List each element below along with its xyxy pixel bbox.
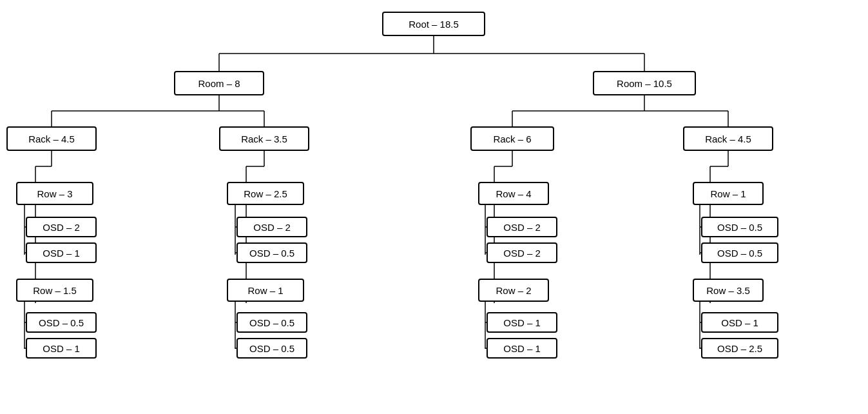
node-rack1: Rack – 4.5 <box>6 126 97 151</box>
node-r3_osd2: OSD – 2 <box>487 242 557 263</box>
node-r3_osd1: OSD – 2 <box>487 217 557 237</box>
node-r4_osd2: OSD – 0.5 <box>701 242 778 263</box>
node-r1_osd1: OSD – 2 <box>26 217 97 237</box>
node-root: Root – 18.5 <box>382 12 485 36</box>
tree-diagram: Root – 18.5Room – 8Room – 10.5Rack – 4.5… <box>0 0 868 414</box>
node-r1_row1: Row – 3 <box>16 182 93 205</box>
node-r1_osd4: OSD – 1 <box>26 338 97 359</box>
node-room2: Room – 10.5 <box>593 71 696 95</box>
node-r2_osd2: OSD – 0.5 <box>236 242 307 263</box>
node-r2_osd1: OSD – 2 <box>236 217 307 237</box>
node-r4_osd4: OSD – 2.5 <box>701 338 778 359</box>
node-r2_osd3: OSD – 0.5 <box>236 312 307 333</box>
node-r4_osd3: OSD – 1 <box>701 312 778 333</box>
node-rack2: Rack – 3.5 <box>219 126 309 151</box>
node-r1_osd3: OSD – 0.5 <box>26 312 97 333</box>
node-r3_osd3: OSD – 1 <box>487 312 557 333</box>
node-rack4: Rack – 4.5 <box>683 126 773 151</box>
node-r2_osd4: OSD – 0.5 <box>236 338 307 359</box>
node-r4_row1: Row – 1 <box>693 182 764 205</box>
node-r2_row1: Row – 2.5 <box>227 182 304 205</box>
node-r4_osd1: OSD – 0.5 <box>701 217 778 237</box>
node-r1_osd2: OSD – 1 <box>26 242 97 263</box>
node-r2_row2: Row – 1 <box>227 279 304 302</box>
node-r4_row2: Row – 3.5 <box>693 279 764 302</box>
node-r3_osd4: OSD – 1 <box>487 338 557 359</box>
node-room1: Room – 8 <box>174 71 264 95</box>
node-r3_row2: Row – 2 <box>478 279 549 302</box>
node-rack3: Rack – 6 <box>470 126 554 151</box>
node-r1_row2: Row – 1.5 <box>16 279 93 302</box>
node-r3_row1: Row – 4 <box>478 182 549 205</box>
